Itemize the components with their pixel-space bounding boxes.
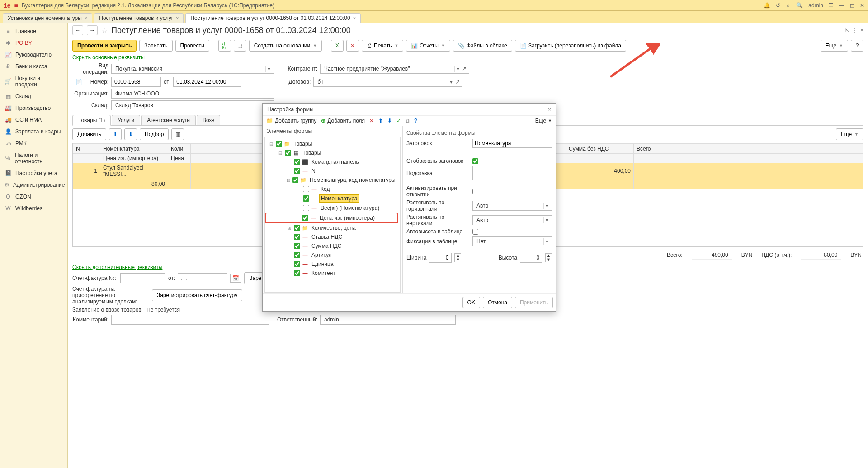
- tree-node[interactable]: ⊞📁Количество, цена: [267, 223, 398, 232]
- post-and-close-button[interactable]: Провести и закрыть: [72, 40, 137, 52]
- prop-autoheight-checkbox[interactable]: [472, 229, 478, 235]
- invoice-date-input[interactable]: [178, 273, 227, 283]
- more-button[interactable]: Еще▼: [821, 40, 848, 52]
- tree-checkbox[interactable]: [302, 215, 308, 221]
- doc-tab-services[interactable]: Услуги: [112, 115, 140, 125]
- tab-close-icon[interactable]: ×: [353, 15, 356, 21]
- apply-button[interactable]: Применить: [515, 297, 553, 308]
- spinner-icon[interactable]: ▲▼: [545, 253, 552, 262]
- favorite-icon[interactable]: ☆: [101, 26, 108, 35]
- tree-node[interactable]: —Комитент: [267, 269, 398, 278]
- col-qty[interactable]: Коли: [168, 144, 191, 154]
- tab-close-icon[interactable]: ×: [176, 15, 179, 21]
- register-purchase-invoice-button[interactable]: Зарегистрировать счет-фактуру: [152, 289, 242, 301]
- sidebar-item[interactable]: 📓Настройки учета: [0, 167, 67, 179]
- nav-forward-button[interactable]: →: [87, 25, 98, 35]
- sidebar-item[interactable]: ▦Склад: [0, 90, 67, 102]
- select-button[interactable]: Подбор: [140, 128, 169, 140]
- prop-stretch-h-select[interactable]: Авто▾: [472, 201, 552, 211]
- doc-tab-agent[interactable]: Агентские услуги: [141, 115, 196, 125]
- table-more-button[interactable]: Еще▼: [836, 128, 863, 140]
- prop-hint-input[interactable]: [472, 166, 552, 180]
- tree-checkbox[interactable]: [294, 252, 300, 258]
- sidebar-item[interactable]: 🛍РМК: [0, 137, 67, 149]
- tree-checkbox[interactable]: [285, 150, 291, 156]
- col-price[interactable]: Цена: [168, 154, 191, 163]
- prop-width-input[interactable]: [429, 253, 452, 263]
- tree-node[interactable]: —Номенклатура: [267, 194, 398, 203]
- doc-tab-goods[interactable]: Товары (1): [72, 115, 111, 126]
- export-icon[interactable]: ✕: [346, 40, 359, 52]
- warehouse-select[interactable]: Склад Товаров: [111, 100, 274, 110]
- counterparty-select[interactable]: Частное предприятие "Журавлев"▾↗: [320, 64, 469, 74]
- sidebar-item[interactable]: 📈Руководителю: [0, 49, 67, 61]
- tab-item[interactable]: Поступление товаров и услуг×: [94, 13, 184, 23]
- barcode-icon[interactable]: ▥: [171, 128, 184, 140]
- spinner-icon[interactable]: ▲▼: [454, 253, 461, 262]
- calendar-icon[interactable]: 📅: [230, 274, 241, 283]
- tab-item[interactable]: Установка цен номенклатуры×: [3, 13, 92, 23]
- expand-icon[interactable]: ⊟: [287, 178, 291, 183]
- load-from-file-button[interactable]: 📄 Загрузить (перезаполнить) из файла: [515, 40, 626, 52]
- number-input[interactable]: [111, 77, 161, 87]
- move-up-icon[interactable]: ⬆: [109, 128, 122, 140]
- move-up-icon[interactable]: ⬆: [378, 118, 383, 124]
- form-close-icon[interactable]: ×: [860, 27, 863, 33]
- user-label[interactable]: admin: [808, 2, 823, 9]
- contract-select[interactable]: бн▾↗: [313, 77, 462, 87]
- copy-icon[interactable]: ⧉: [406, 118, 410, 124]
- hamburger-icon[interactable]: ≡: [14, 2, 18, 9]
- create-based-button[interactable]: Создать на основании▼: [249, 40, 322, 52]
- close-icon[interactable]: ✕: [860, 2, 864, 9]
- sidebar-item[interactable]: OOZON: [0, 191, 67, 203]
- tree-node[interactable]: ⊟📁Товары: [267, 139, 398, 148]
- debit-credit-icon[interactable]: ДтКт: [218, 40, 231, 52]
- sidebar-item[interactable]: 🏭Производство: [0, 102, 67, 114]
- tree-checkbox[interactable]: [276, 141, 282, 147]
- expand-icon[interactable]: ⊟: [269, 142, 274, 147]
- sidebar-item[interactable]: ≡Главное: [0, 25, 67, 37]
- tree-node[interactable]: —Цена изг. (импортера): [265, 213, 398, 223]
- tree-node[interactable]: —Ставка НДС: [267, 232, 398, 241]
- col-nomenclature[interactable]: Номенклатура: [100, 144, 168, 154]
- check-icon[interactable]: ✓: [396, 118, 401, 124]
- files-button[interactable]: 📎 Файлы в облаке: [453, 40, 512, 52]
- add-fields-button[interactable]: ⊕Добавить поля: [321, 118, 365, 124]
- responsible-select[interactable]: admin: [320, 315, 456, 325]
- sidebar-item[interactable]: ⚙Администрирование: [0, 179, 67, 191]
- tree-checkbox[interactable]: [294, 159, 300, 165]
- form-elements-tree[interactable]: ⊟📁Товары⊟▦Товары⬛Командная панель—N⊟📁Ном…: [264, 137, 401, 293]
- tree-node[interactable]: —Единица: [267, 260, 398, 269]
- col-sum-no-vat[interactable]: Сумма без НДС: [566, 144, 634, 154]
- save-button[interactable]: Записать: [139, 40, 172, 52]
- col-price-imp[interactable]: Цена изг. (импортера): [100, 154, 168, 163]
- star-icon[interactable]: ☆: [786, 2, 791, 9]
- prop-stretch-v-select[interactable]: Авто▾: [472, 215, 552, 225]
- sidebar-item[interactable]: %Налоги и отчетность: [0, 149, 67, 167]
- tree-node[interactable]: ⊟📁Номенклатура, код номенклатуры,: [267, 175, 398, 184]
- cancel-button[interactable]: Отмена: [483, 297, 512, 308]
- maximize-icon[interactable]: ◻: [850, 2, 854, 9]
- tree-checkbox[interactable]: [303, 205, 309, 211]
- tree-checkbox[interactable]: [294, 270, 300, 276]
- date-input[interactable]: [173, 77, 241, 87]
- tree-checkbox[interactable]: [303, 195, 309, 202]
- tree-node[interactable]: —Сумма НДС: [267, 241, 398, 251]
- sidebar-item[interactable]: 🚚ОС и НМА: [0, 114, 67, 126]
- comment-input[interactable]: [111, 315, 269, 325]
- doc-tab-return[interactable]: Возв: [197, 115, 220, 125]
- tree-checkbox[interactable]: [292, 177, 298, 183]
- tree-checkbox[interactable]: [294, 234, 300, 240]
- invoice-num-input[interactable]: [120, 273, 165, 283]
- nav-back-button[interactable]: ←: [72, 25, 83, 35]
- expand-icon[interactable]: ⊞: [287, 226, 292, 231]
- tab-item-active[interactable]: Поступление товаров и услуг 0000-1658 от…: [185, 13, 361, 23]
- tree-checkbox[interactable]: [303, 186, 309, 192]
- tree-checkbox[interactable]: [294, 225, 300, 231]
- op-type-select[interactable]: Покупка, комиссия▾: [111, 64, 274, 74]
- kebab-icon[interactable]: ⋮: [852, 27, 858, 33]
- help-icon[interactable]: ?: [851, 40, 863, 52]
- structure-icon[interactable]: ⬚: [234, 40, 246, 52]
- col-total[interactable]: Всего: [634, 144, 863, 154]
- sidebar-item[interactable]: 🛒Покупки и продажи: [0, 72, 67, 90]
